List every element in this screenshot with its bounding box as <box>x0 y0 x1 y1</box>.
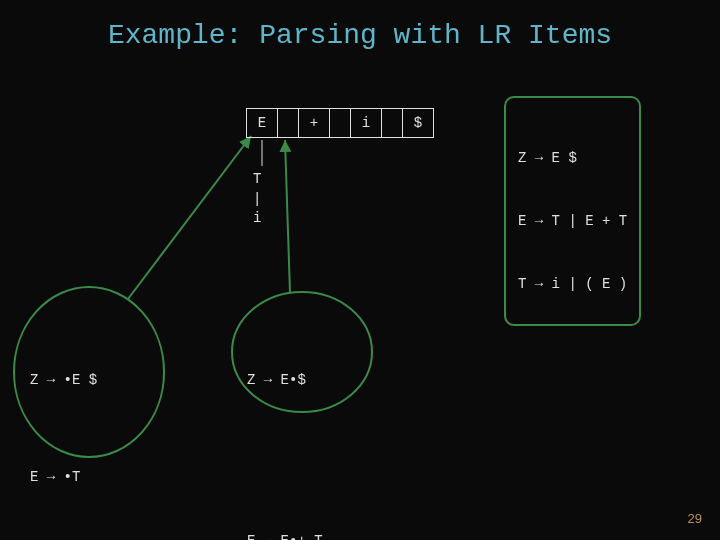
lr-item-set-left: Z → •E $ E → •T E → •E + T T → •i T → •(… <box>30 300 114 540</box>
input-cell <box>329 108 351 138</box>
input-cell: $ <box>402 108 434 138</box>
derivation-column: T | i <box>253 170 261 229</box>
input-cell: + <box>298 108 330 138</box>
input-cell <box>277 108 299 138</box>
grammar-rule: Z → E $ <box>518 148 627 169</box>
input-tape: E + i $ <box>247 108 434 138</box>
lr-item: Z → •E $ <box>30 364 114 396</box>
lr-item: Z → E•$ <box>247 364 323 396</box>
lr-item-set-right: Z → E•$ E → E•+ T <box>247 300 323 540</box>
svg-line-2 <box>128 136 251 299</box>
lr-item: E → E•+ T <box>247 525 323 540</box>
derivation-step: | <box>253 190 261 210</box>
page-number: 29 <box>688 511 702 526</box>
grammar-rule: T → i | ( E ) <box>518 274 627 295</box>
input-cell <box>381 108 403 138</box>
grammar-rule: E → T | E + T <box>518 211 627 232</box>
grammar-box: Z → E $ E → T | E + T T → i | ( E ) <box>504 96 641 326</box>
page-title: Example: Parsing with LR Items <box>0 0 720 51</box>
input-cell: i <box>350 108 382 138</box>
svg-line-3 <box>285 140 290 293</box>
derivation-step: T <box>253 170 261 190</box>
lr-item: E → •T <box>30 461 114 493</box>
derivation-step: i <box>253 209 261 229</box>
input-cell: E <box>246 108 278 138</box>
